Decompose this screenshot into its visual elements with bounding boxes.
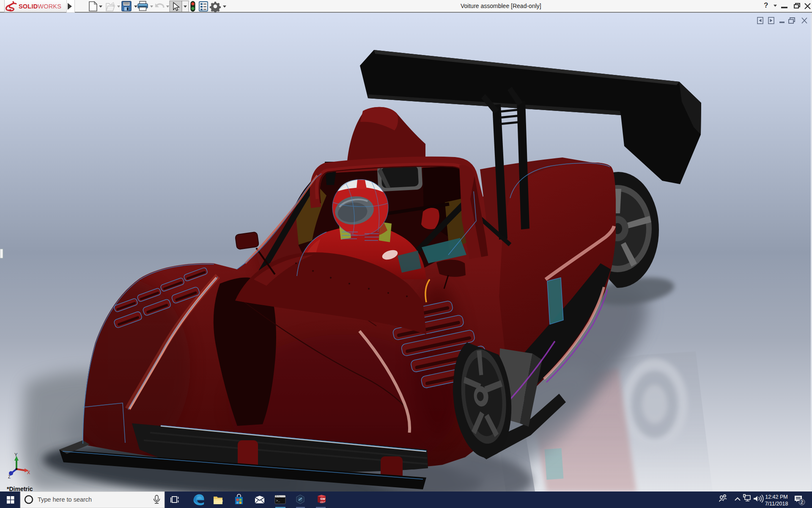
svg-text:2017: 2017 <box>320 501 325 503</box>
svg-text:X: X <box>27 470 30 475</box>
svg-text:SW: SW <box>320 497 326 501</box>
svg-text:*Dimetric: *Dimetric <box>7 486 33 491</box>
svg-text:Z: Z <box>8 475 11 479</box>
svg-text:2: 2 <box>801 500 803 505</box>
svg-text:SOLIDWORKS: SOLIDWORKS <box>19 3 61 10</box>
svg-text:12:42 PM: 12:42 PM <box>765 494 788 500</box>
svg-text:C:\_: C:\_ <box>276 495 281 497</box>
svg-text:Y: Y <box>14 452 18 457</box>
svg-text:>_: >_ <box>276 499 280 502</box>
svg-text:Type here to search: Type here to search <box>38 496 92 503</box>
svg-text:7/11/2018: 7/11/2018 <box>765 501 788 507</box>
